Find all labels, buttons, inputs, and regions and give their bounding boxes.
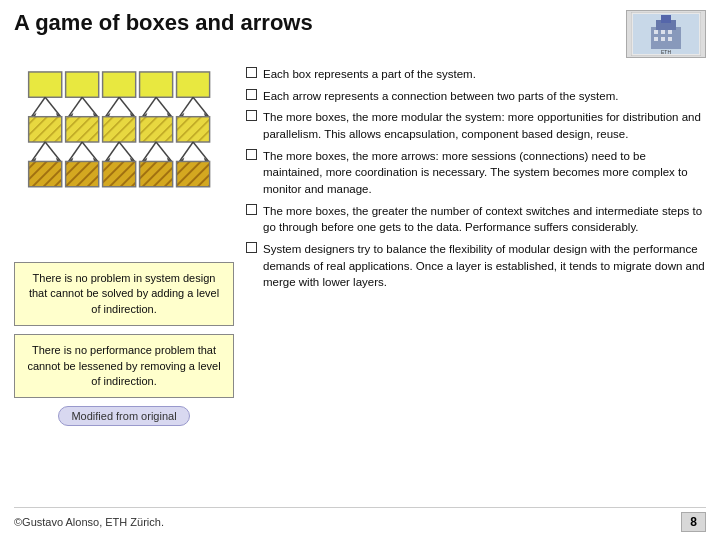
svg-rect-66 (177, 161, 210, 186)
bullet-item-1: Each box represents a part of the system… (246, 66, 706, 83)
svg-rect-37 (29, 117, 62, 142)
svg-line-50 (106, 142, 120, 161)
slide-title: A game of boxes and arrows (14, 10, 313, 36)
checkbox-icon-6 (246, 242, 257, 253)
svg-line-30 (156, 97, 172, 116)
performance-text-box: There is no performance problem that can… (14, 334, 234, 398)
slide: A game of boxes and arrows ETH (0, 0, 720, 540)
svg-line-47 (82, 142, 98, 161)
svg-line-59 (193, 142, 209, 161)
bullet-text-2: Each arrow represents a connection betwe… (263, 88, 618, 105)
diagram-area (14, 66, 234, 254)
svg-rect-41 (177, 117, 210, 142)
svg-line-43 (45, 142, 61, 161)
svg-rect-64 (103, 161, 136, 186)
left-column: There is no problem in system design tha… (14, 66, 234, 501)
svg-rect-16 (177, 72, 210, 97)
svg-line-54 (142, 142, 156, 161)
svg-rect-63 (66, 161, 99, 186)
svg-rect-40 (140, 117, 173, 142)
bullet-text-3: The more boxes, the more modular the sys… (263, 109, 706, 142)
svg-rect-10 (668, 37, 672, 41)
bullet-item-6: System designers try to balance the flex… (246, 241, 706, 291)
page-number: 8 (681, 512, 706, 532)
svg-line-55 (156, 142, 172, 161)
checkbox-icon-5 (246, 204, 257, 215)
svg-line-25 (106, 97, 120, 116)
modified-badge: Modified from original (58, 406, 189, 426)
svg-rect-9 (661, 37, 665, 41)
svg-line-21 (69, 97, 83, 116)
bullet-text-5: The more boxes, the greater the number o… (263, 203, 706, 236)
checkbox-icon-3 (246, 110, 257, 121)
svg-rect-62 (29, 161, 62, 186)
indirection-text: There is no problem in system design tha… (29, 272, 219, 315)
right-column: Each box represents a part of the system… (246, 66, 706, 501)
svg-line-33 (179, 97, 193, 116)
svg-rect-15 (140, 72, 173, 97)
bullet-item-4: The more boxes, the more arrows: more se… (246, 148, 706, 198)
svg-line-51 (119, 142, 135, 161)
svg-rect-39 (103, 117, 136, 142)
checkbox-icon-1 (246, 67, 257, 78)
bullet-text-6: System designers try to balance the flex… (263, 241, 706, 291)
svg-rect-13 (66, 72, 99, 97)
svg-line-34 (193, 97, 209, 116)
svg-rect-14 (103, 72, 136, 97)
bullet-item-3: The more boxes, the more modular the sys… (246, 109, 706, 142)
slide-footer: ©Gustavo Alonso, ETH Zürich. 8 (14, 507, 706, 532)
svg-line-29 (142, 97, 156, 116)
svg-line-22 (82, 97, 98, 116)
bullet-text-1: Each box represents a part of the system… (263, 66, 476, 83)
svg-rect-4 (661, 15, 671, 23)
svg-rect-6 (661, 30, 665, 34)
svg-rect-7 (668, 30, 672, 34)
boxes-arrows-diagram (24, 70, 224, 250)
svg-line-18 (45, 97, 61, 116)
svg-rect-38 (66, 117, 99, 142)
slide-header: A game of boxes and arrows ETH (14, 10, 706, 58)
svg-rect-12 (29, 72, 62, 97)
footer-author: ©Gustavo Alonso, ETH Zürich. (14, 516, 164, 528)
indirection-text-box: There is no problem in system design tha… (14, 262, 234, 326)
performance-text: There is no performance problem that can… (27, 344, 220, 387)
bullet-item-2: Each arrow represents a connection betwe… (246, 88, 706, 105)
svg-line-58 (179, 142, 193, 161)
checkbox-icon-2 (246, 89, 257, 100)
svg-line-26 (119, 97, 135, 116)
svg-line-46 (69, 142, 83, 161)
svg-rect-8 (654, 37, 658, 41)
svg-line-17 (32, 97, 46, 116)
svg-line-42 (32, 142, 46, 161)
svg-rect-5 (654, 30, 658, 34)
modified-badge-label: Modified from original (71, 410, 176, 422)
eth-logo: ETH (626, 10, 706, 58)
svg-text:ETH: ETH (661, 49, 671, 55)
svg-rect-65 (140, 161, 173, 186)
bullet-item-5: The more boxes, the greater the number o… (246, 203, 706, 236)
main-content: There is no problem in system design tha… (14, 66, 706, 501)
checkbox-icon-4 (246, 149, 257, 160)
bullet-text-4: The more boxes, the more arrows: more se… (263, 148, 706, 198)
